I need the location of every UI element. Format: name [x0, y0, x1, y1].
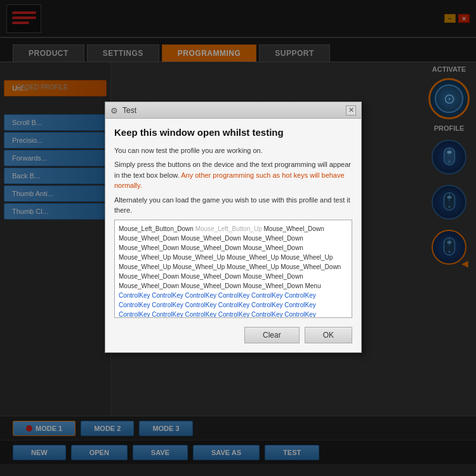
dialog-para2: Simply press the buttons on the device a…: [114, 159, 352, 191]
dialog-title-content: ⚙ Test: [110, 106, 136, 115]
dialog-titlebar: ⚙ Test ✕: [105, 102, 361, 119]
textarea-blue-1: ControlKey ControlKey ControlKey Control…: [119, 292, 316, 318]
dialog-textarea[interactable]: Mouse_Left_Button_Down Mouse_Left_Button…: [114, 220, 352, 318]
textarea-grey-1: Mouse_Left_Button_Up: [195, 225, 264, 232]
dialog-buttons: Clear OK: [114, 324, 352, 345]
dialog-para3: Alternately you can load the game you wi…: [114, 195, 352, 216]
dialog-title-text: Test: [122, 106, 136, 115]
dialog-heading: Keep this window open whilst testing: [114, 126, 352, 139]
app-window: − ✕ PRODUCT SETTINGS PROGRAMMING SUPPORT…: [0, 0, 476, 476]
textarea-normal-1: Mouse_Left_Button_Down: [119, 225, 195, 232]
dialog-body: Keep this window open whilst testing You…: [105, 119, 361, 352]
dialog-para2-text: text box below.: [133, 171, 180, 179]
textarea-normal-2: Mouse_Wheel_Down Mouse_Wheel_Down Mouse_…: [119, 225, 341, 289]
dialog-close-button[interactable]: ✕: [346, 105, 356, 116]
test-dialog: ⚙ Test ✕ Keep this window open whilst te…: [105, 102, 362, 353]
clear-button[interactable]: Clear: [244, 327, 300, 343]
gear-icon: ⚙: [110, 106, 119, 115]
ok-button[interactable]: OK: [305, 327, 352, 343]
dialog-para1: You can now test the profile you are wor…: [114, 145, 352, 156]
